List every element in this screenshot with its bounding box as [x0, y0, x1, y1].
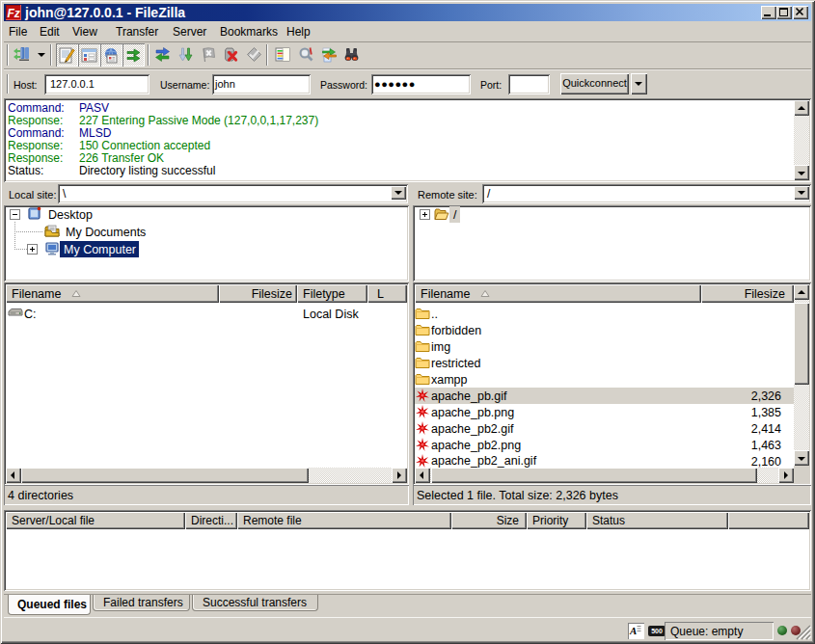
svg-text:A: A	[629, 625, 637, 636]
svg-text:Fz: Fz	[8, 7, 20, 20]
